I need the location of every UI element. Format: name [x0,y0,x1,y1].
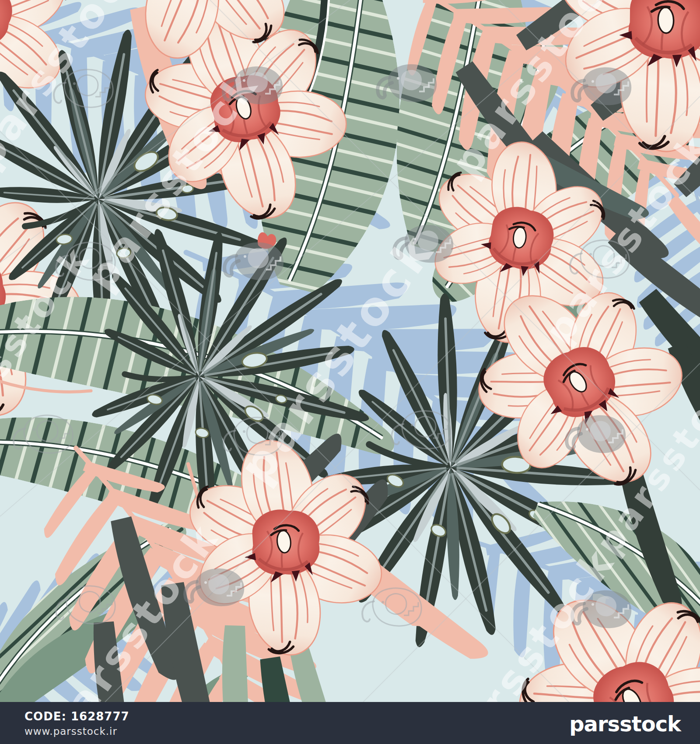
parsstock-logo: parsstock [569,712,681,736]
stock-image-page: parsstock parsstock parsstock parsstock … [0,0,700,744]
site-url: www.parsstock.ir [24,726,117,737]
image-code: CODE: 1628777 [24,710,130,723]
stock-footer-bar: CODE: 1628777 www.parsstock.ir parsstock [0,702,700,744]
tropical-pattern-artwork: parsstock parsstock parsstock parsstock … [0,0,700,702]
